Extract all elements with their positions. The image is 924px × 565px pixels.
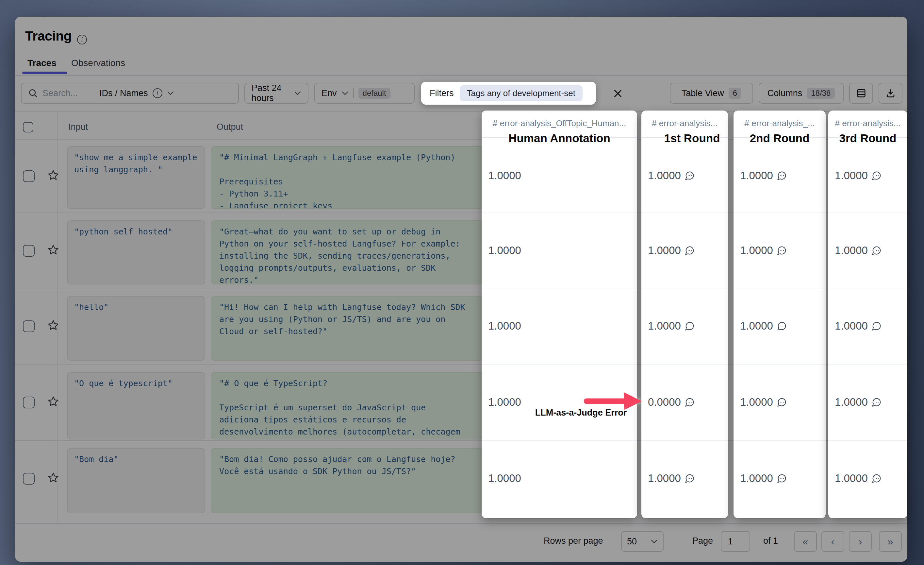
score-value[interactable]: 1.0000	[740, 244, 787, 257]
rows-per-page-select[interactable]: 50	[621, 531, 664, 552]
divider	[353, 88, 354, 98]
comment-icon[interactable]	[872, 321, 882, 331]
last-page-button[interactable]: »	[879, 531, 902, 552]
score-value[interactable]: 1.0000	[835, 472, 882, 485]
score-value[interactable]: 1.0000	[648, 472, 694, 485]
env-filter[interactable]: Env default	[314, 83, 415, 104]
comment-icon[interactable]	[685, 473, 694, 483]
input-cell[interactable]: "hello"	[67, 296, 205, 361]
score-value[interactable]: 1.0000	[488, 169, 521, 182]
score-column-header[interactable]: # error-analysis...	[641, 118, 728, 129]
chevron-down-icon	[651, 539, 658, 544]
comment-icon[interactable]	[685, 397, 694, 407]
search-mode-label: IDs / Names	[99, 88, 148, 98]
comment-icon[interactable]	[777, 397, 787, 407]
chevron-down-icon	[294, 91, 301, 95]
annotation-2nd-round: 2nd Round	[750, 132, 810, 145]
first-page-button[interactable]: «	[794, 531, 817, 552]
previous-page-button[interactable]: ‹	[821, 531, 844, 552]
page-label: Page	[692, 536, 713, 546]
score-column-human-annotation: # error-analysis_OffTopic_Human... 1.000…	[482, 111, 637, 518]
next-page-button[interactable]: ›	[849, 531, 872, 552]
score-value[interactable]: 1.0000	[648, 169, 694, 182]
comment-icon[interactable]	[777, 473, 787, 483]
score-value[interactable]: 1.0000	[740, 472, 787, 485]
score-value[interactable]: 1.0000	[488, 320, 521, 332]
score-value[interactable]: 1.0000	[740, 320, 787, 332]
filter-chip[interactable]: Tags any of development-set	[460, 85, 583, 101]
input-cell[interactable]: "python self hosted"	[67, 220, 205, 284]
select-all-checkbox[interactable]	[23, 122, 33, 132]
output-cell[interactable]: "Hi! How can I help with Langfuse today?…	[211, 296, 484, 361]
table-view-button[interactable]: Table View 6	[670, 83, 753, 104]
annotation-1st-round: 1st Round	[664, 132, 720, 145]
info-icon: i	[153, 88, 162, 98]
score-value[interactable]: 1.0000	[835, 320, 882, 332]
score-column-header[interactable]: # error-analysis_OffTopic_Human...	[482, 118, 637, 129]
input-cell[interactable]: "O que é typescript"	[67, 372, 205, 439]
score-value[interactable]: 1.0000	[835, 396, 882, 409]
comment-icon[interactable]	[872, 397, 882, 407]
page-number-input[interactable]: 1	[721, 531, 750, 552]
annotation-3rd-round: 3rd Round	[839, 132, 897, 145]
comment-icon[interactable]	[685, 321, 694, 331]
rows-per-page-label: Rows per page	[544, 536, 603, 546]
score-column-header[interactable]: # error-analysis_...	[734, 118, 826, 129]
score-value[interactable]: 1.0000	[835, 169, 882, 182]
score-column-1st-round: # error-analysis... 1.0000 1.0000 1.0000…	[641, 111, 728, 518]
row-height-button[interactable]	[849, 83, 873, 104]
star-icon[interactable]	[47, 395, 60, 408]
column-header-output[interactable]: Output	[217, 122, 243, 132]
output-cell[interactable]: "Bom dia! Como posso ajudar com o Langfu…	[211, 448, 484, 513]
row-checkbox[interactable]	[23, 245, 34, 257]
score-value[interactable]: 1.0000	[740, 169, 787, 182]
comment-icon[interactable]	[872, 171, 882, 180]
page-title: Tracing	[25, 29, 72, 44]
time-range-filter[interactable]: Past 24 hours	[244, 83, 308, 104]
comment-icon[interactable]	[685, 246, 694, 255]
input-cell[interactable]: "Bom dia"	[67, 448, 205, 513]
comment-icon[interactable]	[777, 246, 787, 255]
export-button[interactable]	[879, 83, 902, 104]
output-cell[interactable]: "# O que é TypeScript? TypeScript é um s…	[211, 372, 484, 439]
output-cell[interactable]: "# Minimal LangGraph + Langfuse example …	[211, 146, 484, 209]
column-header-input[interactable]: Input	[68, 122, 88, 132]
input-cell[interactable]: "show me a simple example using langgrap…	[67, 146, 205, 209]
star-icon[interactable]	[47, 169, 60, 182]
tab-traces[interactable]: Traces	[27, 55, 57, 72]
comment-icon[interactable]	[872, 246, 882, 255]
score-column-header[interactable]: # error-analysis...	[828, 118, 908, 129]
clear-filters-icon[interactable]	[610, 86, 626, 101]
row-checkbox[interactable]	[23, 397, 34, 409]
score-value[interactable]: 1.0000	[488, 472, 521, 485]
row-checkbox[interactable]	[23, 320, 34, 332]
row-checkbox[interactable]	[23, 170, 34, 182]
score-value[interactable]: 1.0000	[740, 396, 787, 409]
columns-count-badge: 18/38	[807, 88, 835, 99]
row-checkbox[interactable]	[23, 473, 34, 485]
table-rows-icon	[856, 88, 867, 98]
download-icon	[885, 88, 896, 98]
output-cell[interactable]: "Great—what do you want to set up or deb…	[211, 220, 484, 284]
score-value-error[interactable]: 0.0000	[648, 396, 694, 409]
score-value[interactable]: 1.0000	[488, 396, 521, 409]
comment-icon[interactable]	[685, 171, 694, 180]
star-icon[interactable]	[47, 243, 60, 256]
score-value[interactable]: 1.0000	[835, 244, 882, 257]
star-icon[interactable]	[47, 319, 60, 332]
score-value[interactable]: 1.0000	[488, 244, 521, 257]
filters-button[interactable]: Filters Tags any of development-set	[421, 82, 596, 105]
search-icon	[28, 88, 38, 98]
comment-icon[interactable]	[872, 473, 882, 483]
score-value[interactable]: 1.0000	[648, 320, 694, 332]
columns-button[interactable]: Columns 18/38	[759, 83, 844, 104]
table-view-count-badge: 6	[729, 88, 741, 99]
comment-icon[interactable]	[777, 171, 787, 180]
comment-icon[interactable]	[777, 321, 787, 331]
tracing-window: Tracing i Traces Observations Search... …	[15, 17, 908, 562]
info-icon[interactable]: i	[77, 35, 87, 45]
search-input[interactable]: Search... IDs / Names i	[21, 83, 239, 104]
tab-observations[interactable]: Observations	[71, 55, 125, 72]
score-value[interactable]: 1.0000	[648, 244, 694, 257]
star-icon[interactable]	[47, 472, 60, 484]
